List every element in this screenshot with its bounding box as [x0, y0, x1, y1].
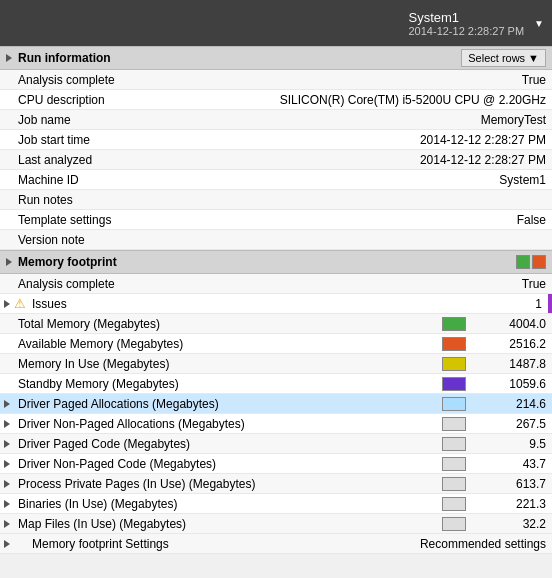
- row-label: Last analyzed: [14, 153, 420, 167]
- row-value: 1059.6: [472, 377, 552, 391]
- memory-section-label: Memory footprint: [18, 255, 117, 269]
- memory-row: Memory In Use (Megabytes) 1487.8: [0, 354, 552, 374]
- color-indicator: [442, 457, 466, 471]
- expand-arrow[interactable]: [0, 300, 14, 308]
- row-label: Memory In Use (Megabytes): [14, 357, 442, 371]
- select-rows-dropdown-arrow: ▼: [528, 52, 539, 64]
- run-info-row: Run notes: [0, 190, 552, 210]
- run-info-row: Job name MemoryTest: [0, 110, 552, 130]
- row-label: Total Memory (Megabytes): [14, 317, 442, 331]
- row-label: Run notes: [14, 193, 472, 207]
- memory-row: Available Memory (Megabytes) 2516.2: [0, 334, 552, 354]
- color-box-orange: [532, 255, 546, 269]
- row-value: 1487.8: [472, 357, 552, 371]
- memory-row: Analysis complete True: [0, 274, 552, 294]
- row-value: System1: [472, 173, 552, 187]
- row-value: 214.6: [472, 397, 552, 411]
- memory-row: Driver Non-Paged Allocations (Megabytes)…: [0, 414, 552, 434]
- memory-row: Binaries (In Use) (Megabytes) 221.3: [0, 494, 552, 514]
- expand-arrow[interactable]: [0, 500, 14, 508]
- row-value: 2516.2: [472, 337, 552, 351]
- row-label: Driver Paged Allocations (Megabytes): [14, 397, 442, 411]
- color-indicator: [442, 397, 466, 411]
- run-info-collapse-arrow[interactable]: [6, 54, 12, 62]
- system-date: 2014-12-12 2:28:27 PM: [409, 25, 525, 37]
- run-info-row: Job start time 2014-12-12 2:28:27 PM: [0, 130, 552, 150]
- system-dropdown-arrow[interactable]: ▼: [534, 18, 544, 29]
- footer-expand-arrow[interactable]: [0, 540, 14, 548]
- color-indicator: [442, 477, 466, 491]
- color-indicator: [442, 517, 466, 531]
- row-label: Version note: [14, 233, 472, 247]
- row-label: CPU description: [14, 93, 280, 107]
- warning-icon: ⚠: [14, 296, 26, 311]
- row-label: Issues: [28, 297, 468, 311]
- row-label: Map Files (In Use) (Megabytes): [14, 517, 442, 531]
- color-indicator: [442, 337, 466, 351]
- color-indicator: [442, 357, 466, 371]
- color-indicator: [442, 417, 466, 431]
- expand-arrow[interactable]: [0, 420, 14, 428]
- row-label: Process Private Pages (In Use) (Megabyte…: [14, 477, 442, 491]
- color-indicator: [442, 317, 466, 331]
- select-rows-label: Select rows: [468, 52, 525, 64]
- row-value: 43.7: [472, 457, 552, 471]
- color-indicator: [442, 497, 466, 511]
- memory-row: ⚠ Issues 1: [0, 294, 552, 314]
- run-info-row: Version note: [0, 230, 552, 250]
- row-value: 1: [468, 297, 548, 311]
- memory-row: Driver Paged Code (Megabytes) 9.5: [0, 434, 552, 454]
- header-bar: System1 2014-12-12 2:28:27 PM ▼: [0, 0, 552, 46]
- row-label: Binaries (In Use) (Megabytes): [14, 497, 442, 511]
- row-value: 613.7: [472, 477, 552, 491]
- run-info-row: Template settings False: [0, 210, 552, 230]
- row-value: True: [472, 73, 552, 87]
- row-label: Driver Non-Paged Allocations (Megabytes): [14, 417, 442, 431]
- memory-row: Standby Memory (Megabytes) 1059.6: [0, 374, 552, 394]
- expand-arrow[interactable]: [0, 460, 14, 468]
- system-name: System1: [409, 10, 460, 25]
- footer-value: Recommended settings: [420, 537, 552, 551]
- run-info-row: Machine ID System1: [0, 170, 552, 190]
- expand-arrow[interactable]: [0, 520, 14, 528]
- row-value: MemoryTest: [472, 113, 552, 127]
- row-label: Machine ID: [14, 173, 472, 187]
- memory-row: Process Private Pages (In Use) (Megabyte…: [0, 474, 552, 494]
- color-box-green: [516, 255, 530, 269]
- memory-footer-row[interactable]: Memory footprint Settings Recommended se…: [0, 534, 552, 554]
- row-label: Driver Paged Code (Megabytes): [14, 437, 442, 451]
- memory-color-icons: [516, 255, 546, 269]
- row-label: Job name: [14, 113, 472, 127]
- row-label: Analysis complete: [14, 73, 472, 87]
- row-value: True: [472, 277, 552, 291]
- row-label: Driver Non-Paged Code (Megabytes): [14, 457, 442, 471]
- row-label: Job start time: [14, 133, 420, 147]
- row-value: 2014-12-12 2:28:27 PM: [420, 133, 552, 147]
- select-rows-button[interactable]: Select rows ▼: [461, 49, 546, 67]
- memory-row: Map Files (In Use) (Megabytes) 32.2: [0, 514, 552, 534]
- row-label: Template settings: [14, 213, 472, 227]
- color-indicator: [442, 437, 466, 451]
- memory-row: Driver Paged Allocations (Megabytes) 214…: [0, 394, 552, 414]
- run-info-table: Analysis complete True CPU description S…: [0, 70, 552, 250]
- row-value: 2014-12-12 2:28:27 PM: [420, 153, 552, 167]
- memory-collapse-arrow[interactable]: [6, 258, 12, 266]
- row-value: 9.5: [472, 437, 552, 451]
- row-value: False: [472, 213, 552, 227]
- memory-row: Total Memory (Megabytes) 4004.0: [0, 314, 552, 334]
- expand-arrow[interactable]: [0, 480, 14, 488]
- run-info-row: Analysis complete True: [0, 70, 552, 90]
- memory-row: Driver Non-Paged Code (Megabytes) 43.7: [0, 454, 552, 474]
- row-value: 221.3: [472, 497, 552, 511]
- memory-table: Analysis complete True ⚠ Issues 1 Total …: [0, 274, 552, 554]
- run-info-row: CPU description SILICON(R) Core(TM) i5-5…: [0, 90, 552, 110]
- expand-arrow[interactable]: [0, 400, 14, 408]
- row-value: 267.5: [472, 417, 552, 431]
- issues-badge: [548, 294, 552, 313]
- system-info: System1 2014-12-12 2:28:27 PM: [409, 10, 525, 37]
- footer-label: Memory footprint Settings: [14, 537, 420, 551]
- color-indicator: [442, 377, 466, 391]
- memory-title-area: Memory footprint: [6, 255, 117, 269]
- run-info-row: Last analyzed 2014-12-12 2:28:27 PM: [0, 150, 552, 170]
- expand-arrow[interactable]: [0, 440, 14, 448]
